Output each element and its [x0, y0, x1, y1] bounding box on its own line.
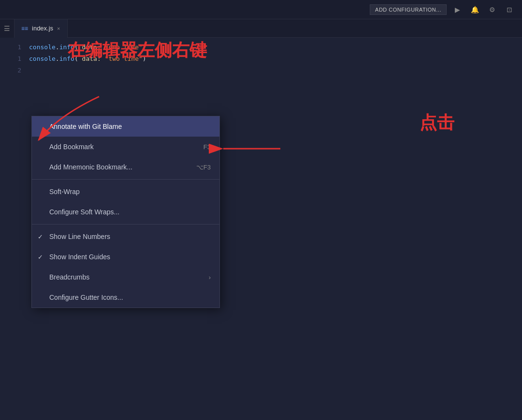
settings-icon[interactable]: ⚙	[485, 3, 499, 16]
tab-filename: index.js	[32, 25, 53, 32]
menu-item-add-mnemonic-bookmark[interactable]: Add Mnemonic Bookmark...⌥F3	[32, 157, 219, 177]
layout-icon[interactable]: ⊡	[503, 3, 516, 16]
menu-item-soft-wrap[interactable]: Soft-Wrap	[32, 182, 219, 202]
menu-item-show-line-numbers[interactable]: ✓Show Line Numbers	[32, 226, 219, 247]
menu-item-configure-gutter-icons[interactable]: Configure Gutter Icons...	[32, 287, 219, 308]
code-keyword-1: info	[59, 43, 74, 51]
menu-item-label: Breadcrumbs	[49, 273, 89, 281]
menu-item-shortcut: F3	[203, 143, 211, 151]
menu-item-label: Show Line Numbers	[49, 233, 110, 240]
line-number-1: 1	[0, 42, 29, 53]
code-method-2: console	[29, 55, 56, 62]
menu-divider	[32, 224, 219, 224]
submenu-arrow-icon: ›	[209, 274, 211, 281]
menu-item-label: Annotate with Git Blame	[49, 123, 122, 130]
tab-bar: ☰ ≡≡ index.js ×	[0, 19, 522, 38]
tab-close-button[interactable]: ×	[57, 26, 60, 31]
check-icon: ✓	[38, 233, 43, 240]
code-line-3	[29, 65, 522, 76]
check-icon: ✓	[38, 253, 43, 261]
menu-item-label: Add Mnemonic Bookmark...	[49, 163, 132, 171]
menu-item-annotate-git-blame[interactable]: Annotate with Git Blame	[32, 116, 219, 137]
code-line-1: console.info( data: "one line")	[29, 42, 522, 53]
run-icon[interactable]: ▶	[450, 3, 464, 16]
editor-gutter: 1 1 2	[0, 38, 29, 420]
sidebar-toggle[interactable]: ☰	[0, 19, 14, 38]
editor-tab[interactable]: ≡≡ index.js ×	[14, 19, 68, 38]
notification-icon[interactable]: 🔔	[468, 3, 481, 16]
tab-file-icon: ≡≡	[21, 25, 28, 32]
top-bar-right: ADD CONFIGURATION... ▶ 🔔 ⚙ ⊡	[370, 3, 516, 16]
menu-item-label: Configure Gutter Icons...	[49, 294, 123, 301]
menu-item-configure-soft-wraps[interactable]: Configure Soft Wraps...	[32, 202, 219, 222]
line-number-3: 2	[0, 65, 29, 76]
menu-divider	[32, 179, 219, 180]
menu-item-show-indent-guides[interactable]: ✓Show Indent Guides	[32, 247, 219, 267]
context-menu: Annotate with Git BlameAdd BookmarkF3Add…	[31, 116, 220, 308]
top-bar: ADD CONFIGURATION... ▶ 🔔 ⚙ ⊡	[0, 0, 522, 19]
menu-item-label: Show Indent Guides	[49, 253, 110, 261]
menu-item-label: Configure Soft Wraps...	[49, 208, 119, 216]
menu-item-shortcut: ⌥F3	[196, 164, 211, 171]
code-line-2: console.info( data: "two line")	[29, 53, 522, 65]
code-method-1: console	[29, 43, 56, 51]
code-keyword-2: info	[59, 55, 74, 62]
menu-item-breadcrumbs[interactable]: Breadcrumbs›	[32, 267, 219, 287]
menu-item-add-bookmark[interactable]: Add BookmarkF3	[32, 137, 219, 157]
menu-item-label: Soft-Wrap	[49, 188, 80, 196]
menu-item-label: Add Bookmark	[49, 143, 94, 151]
add-config-button[interactable]: ADD CONFIGURATION...	[370, 4, 447, 15]
line-number-2: 1	[0, 53, 29, 65]
